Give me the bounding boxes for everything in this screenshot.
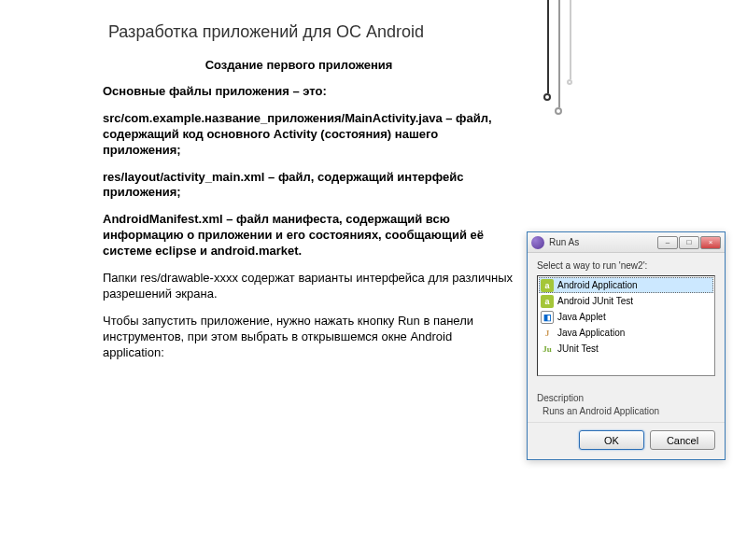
page-title: Разработка приложений для ОС Android bbox=[0, 22, 532, 42]
decorative-lines bbox=[547, 0, 573, 112]
runas-dialog: Run As – □ × Select a way to run 'new2':… bbox=[527, 231, 726, 460]
paragraph-manifest: AndroidManifest.xml – файл манифеста, со… bbox=[103, 212, 514, 259]
run-config-icon: Ju bbox=[541, 343, 554, 356]
dialog-title: Run As bbox=[549, 237, 657, 247]
titlebar[interactable]: Run As – □ × bbox=[528, 232, 725, 253]
subtitle: Создание первого приложения bbox=[103, 58, 495, 72]
cancel-button[interactable]: Cancel bbox=[650, 430, 715, 450]
ok-button[interactable]: OK bbox=[579, 430, 644, 450]
eclipse-icon bbox=[531, 236, 544, 249]
list-item[interactable]: aAndroid JUnit Test bbox=[539, 293, 713, 309]
list-item[interactable]: JuJUnit Test bbox=[539, 341, 713, 357]
list-item-label: Java Application bbox=[557, 328, 625, 338]
list-item[interactable]: ◧Java Applet bbox=[539, 309, 713, 325]
description-text: Runs an Android Application bbox=[537, 406, 715, 416]
maximize-button[interactable]: □ bbox=[679, 236, 699, 249]
list-item[interactable]: aAndroid Application bbox=[539, 277, 713, 293]
run-config-icon: a bbox=[541, 295, 554, 308]
paragraph-run: Чтобы запустить приложение, нужно нажать… bbox=[103, 314, 514, 361]
dialog-prompt: Select a way to run 'new2': bbox=[537, 260, 715, 271]
list-item-label: Java Applet bbox=[557, 312, 606, 322]
list-item-label: Android JUnit Test bbox=[557, 296, 633, 306]
close-button[interactable]: × bbox=[700, 236, 721, 249]
run-config-listbox[interactable]: aAndroid ApplicationaAndroid JUnit Test◧… bbox=[537, 275, 715, 376]
run-config-icon: J bbox=[541, 327, 554, 340]
list-item-label: JUnit Test bbox=[557, 343, 599, 354]
description-label: Description bbox=[537, 393, 715, 403]
paragraph-layout: res/layout/activity_main.xml – файл, сод… bbox=[103, 170, 514, 202]
minimize-button[interactable]: – bbox=[657, 236, 678, 249]
list-item-label: Android Application bbox=[557, 280, 638, 290]
paragraph-mainactivity: src/com.example.название_приложения/Main… bbox=[103, 111, 514, 159]
run-config-icon: ◧ bbox=[541, 311, 554, 324]
body-text: Основные файлы приложения – это: src/com… bbox=[103, 84, 514, 371]
paragraph-drawable: Папки res/drawable-xxxx содержат вариант… bbox=[103, 271, 514, 302]
run-config-icon: a bbox=[541, 279, 554, 292]
paragraph-intro: Основные файлы приложения – это: bbox=[103, 84, 514, 100]
list-item[interactable]: JJava Application bbox=[539, 325, 713, 341]
